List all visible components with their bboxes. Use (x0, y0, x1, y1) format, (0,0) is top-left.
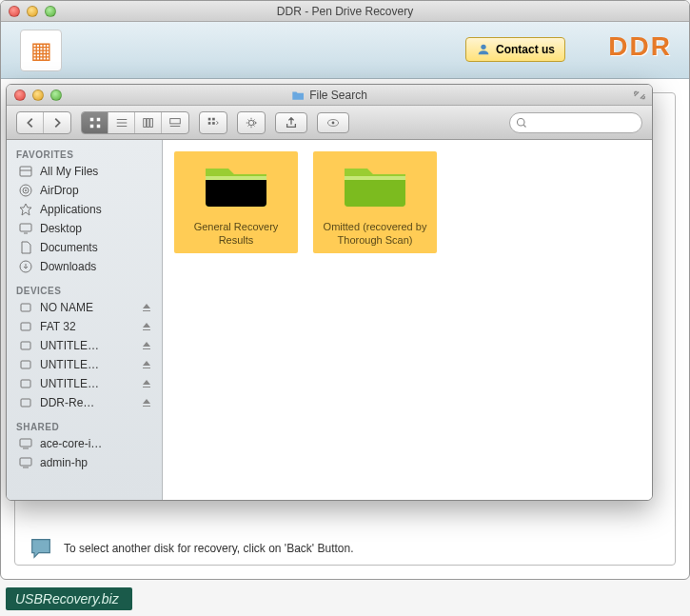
minimize-button[interactable] (27, 6, 38, 17)
folder-green-icon (202, 157, 270, 210)
sidebar-item-shared[interactable]: admin-hp (7, 453, 162, 472)
sidebar-item-applications[interactable]: Applications (7, 200, 162, 219)
svg-rect-25 (20, 224, 31, 231)
disk-icon (18, 376, 33, 391)
finder-body: FAVORITES All My Files AirDrop Applicati… (7, 140, 652, 500)
forward-button[interactable] (44, 112, 70, 133)
folder-label: General Recovery Results (178, 220, 294, 248)
finder-zoom-button[interactable] (50, 89, 62, 101)
fullscreen-icon[interactable] (633, 89, 646, 102)
eject-icon[interactable] (141, 340, 152, 351)
app-header: ▦ Contact us DDR (1, 22, 689, 79)
sidebar-item-documents[interactable]: Documents (7, 238, 162, 257)
quicklook-button[interactable] (317, 112, 349, 133)
sidebar-item-device[interactable]: DDR-Re… (7, 393, 162, 412)
disk-icon (18, 338, 33, 353)
app-title: DDR - Pen Drive Recovery (277, 5, 413, 18)
svg-rect-1 (89, 117, 93, 121)
search-field[interactable] (509, 112, 642, 133)
svg-rect-32 (21, 380, 30, 387)
sidebar-item-device[interactable]: FAT 32 (7, 317, 162, 336)
svg-rect-33 (21, 399, 30, 407)
brand-logo: DDR (608, 31, 672, 62)
sidebar-item-device[interactable]: UNTITLE… (7, 336, 162, 355)
finder-titlebar: File Search (7, 85, 652, 106)
airdrop-icon (18, 183, 33, 198)
arrange-button[interactable] (200, 112, 227, 133)
disk-icon (18, 300, 33, 315)
sidebar-item-all-my-files[interactable]: All My Files (7, 162, 162, 181)
svg-rect-29 (21, 323, 30, 330)
sidebar-item-airdrop[interactable]: AirDrop (7, 181, 162, 200)
action-group (237, 111, 266, 134)
zoom-button[interactable] (45, 6, 56, 17)
icon-view-button[interactable] (82, 112, 108, 133)
svg-rect-4 (96, 124, 100, 128)
search-input[interactable] (509, 112, 642, 133)
sidebar-item-device[interactable]: UNTITLE… (7, 374, 162, 393)
app-logo-icon: ▦ (20, 30, 62, 71)
svg-rect-34 (20, 439, 31, 447)
finder-minimize-button[interactable] (32, 89, 44, 101)
svg-rect-13 (208, 117, 211, 120)
finder-toolbar (7, 106, 652, 140)
list-view-button[interactable] (108, 112, 135, 133)
sidebar-header-shared: SHARED (7, 416, 162, 434)
documents-icon (18, 240, 33, 255)
sidebar-item-device[interactable]: NO NAME (7, 298, 162, 317)
watermark: USBRecovery.biz (6, 587, 132, 610)
folder-item[interactable]: Omitted (recovered by Thorough Scan) (313, 151, 437, 253)
svg-rect-3 (89, 124, 93, 128)
hint-text: To select another disk for recovery, cli… (64, 542, 354, 555)
person-icon (476, 42, 491, 57)
svg-rect-11 (170, 118, 181, 123)
finder-sidebar: FAVORITES All My Files AirDrop Applicati… (7, 140, 163, 500)
view-group (81, 111, 189, 134)
finder-close-button[interactable] (14, 89, 26, 101)
all-files-icon (18, 164, 33, 179)
sidebar-item-device[interactable]: UNTITLE… (7, 355, 162, 374)
computer-icon (18, 455, 33, 470)
action-button[interactable] (238, 112, 265, 133)
svg-rect-39 (345, 176, 405, 180)
disk-icon (18, 395, 33, 410)
eject-icon[interactable] (141, 397, 152, 408)
desktop-icon (18, 221, 33, 236)
hint-row: To select another disk for recovery, cli… (28, 535, 662, 562)
finder-title: File Search (291, 89, 367, 102)
svg-rect-2 (96, 117, 100, 121)
finder-content: General Recovery Results Omitted (recove… (163, 140, 652, 500)
folder-item[interactable]: General Recovery Results (174, 151, 298, 253)
close-button[interactable] (9, 6, 20, 17)
finder-traffic-lights (7, 89, 62, 101)
finder-window: File Search FAVORITES (6, 84, 653, 501)
eject-icon[interactable] (141, 378, 152, 389)
coverflow-view-button[interactable] (162, 112, 188, 133)
svg-rect-8 (143, 118, 146, 127)
svg-rect-9 (147, 118, 149, 127)
downloads-icon (18, 259, 33, 274)
svg-rect-36 (20, 458, 31, 466)
share-button[interactable] (275, 112, 307, 133)
back-button[interactable] (17, 112, 44, 133)
column-view-button[interactable] (135, 112, 162, 133)
applications-icon (18, 202, 33, 217)
disk-icon (18, 357, 33, 372)
svg-rect-10 (149, 118, 152, 127)
sidebar-item-desktop[interactable]: Desktop (7, 219, 162, 238)
sidebar-section-devices: DEVICES NO NAME FAT 32 UNTITLE… UNTITLE…… (7, 280, 162, 412)
svg-point-19 (332, 121, 335, 124)
svg-rect-15 (208, 122, 211, 125)
sidebar-item-shared[interactable]: ace-core-i… (7, 434, 162, 453)
sidebar-section-shared: SHARED ace-core-i… admin-hp (7, 416, 162, 472)
sidebar-item-downloads[interactable]: Downloads (7, 257, 162, 276)
contact-us-button[interactable]: Contact us (465, 37, 565, 62)
eject-icon[interactable] (141, 359, 152, 370)
sidebar-header-devices: DEVICES (7, 280, 162, 298)
arrange-group (199, 111, 227, 134)
svg-point-24 (25, 189, 27, 191)
svg-rect-20 (20, 167, 31, 176)
eject-icon[interactable] (141, 302, 152, 313)
folder-label: Omitted (recovered by Thorough Scan) (317, 220, 433, 248)
eject-icon[interactable] (141, 321, 152, 332)
